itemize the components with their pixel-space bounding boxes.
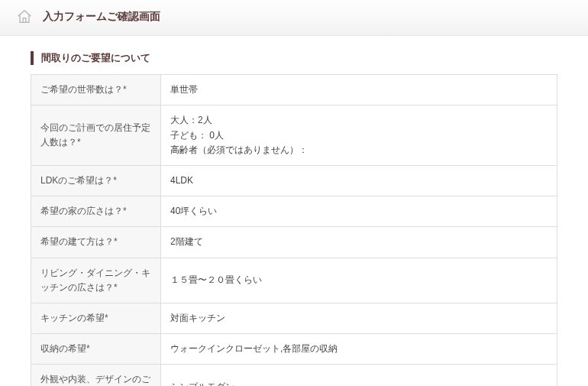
table-row: ご希望の世帯数は？* 単世帯 (31, 75, 557, 105)
table-row: 希望の建て方は？* 2階建て (31, 227, 557, 258)
row-label: ご希望の世帯数は？* (31, 75, 161, 105)
row-value: １５畳〜２０畳くらい (161, 258, 557, 303)
row-value: ウォークインクローゼット,各部屋の収納 (161, 334, 557, 365)
table-row: 希望の家の広さは？* 40坪くらい (31, 196, 557, 227)
row-value: 2階建て (161, 227, 557, 258)
row-label: 希望の家の広さは？* (31, 196, 161, 227)
row-label: 今回のご計画での居住予定人数は？* (31, 105, 161, 166)
table-row: 今回のご計画での居住予定人数は？* 大人：2人子ども： 0人高齢者（必須ではあり… (31, 105, 557, 166)
table-row: リビング・ダイニング・キッチンの広さは？* １５畳〜２０畳くらい (31, 258, 557, 303)
floorplan-table: ご希望の世帯数は？* 単世帯 今回のご計画での居住予定人数は？* 大人：2人子ど… (31, 74, 557, 386)
row-value: 4LDK (161, 165, 557, 196)
table-row: キッチンの希望* 対面キッチン (31, 303, 557, 333)
row-label: 希望の建て方は？* (31, 227, 161, 258)
content-area: 間取りのご要望について ご希望の世帯数は？* 単世帯 今回のご計画での居住予定人… (0, 36, 588, 386)
row-value: シンプルモダンその他ご要望等自由にお書きください (161, 365, 557, 386)
page-title: 入力フォームご確認画面 (43, 10, 160, 24)
page-header: 入力フォームご確認画面 (0, 0, 588, 36)
row-label: 外観や内装、デザインのご希望があればお選びください(複数選択可) (31, 365, 161, 386)
row-label: リビング・ダイニング・キッチンの広さは？* (31, 258, 161, 303)
table-row: LDKのご希望は？* 4LDK (31, 165, 557, 196)
row-value: 大人：2人子ども： 0人高齢者（必須ではありません）： (161, 105, 557, 166)
row-label: 収納の希望* (31, 334, 161, 365)
row-value: 40坪くらい (161, 196, 557, 227)
row-value: 対面キッチン (161, 303, 557, 333)
section-title-floorplan: 間取りのご要望について (31, 51, 557, 65)
table-row: 収納の希望* ウォークインクローゼット,各部屋の収納 (31, 334, 557, 365)
row-label: キッチンの希望* (31, 303, 161, 333)
row-value: 単世帯 (161, 75, 557, 105)
house-icon (15, 8, 34, 26)
row-label: LDKのご希望は？* (31, 165, 161, 196)
table-row: 外観や内装、デザインのご希望があればお選びください(複数選択可) シンプルモダン… (31, 365, 557, 386)
